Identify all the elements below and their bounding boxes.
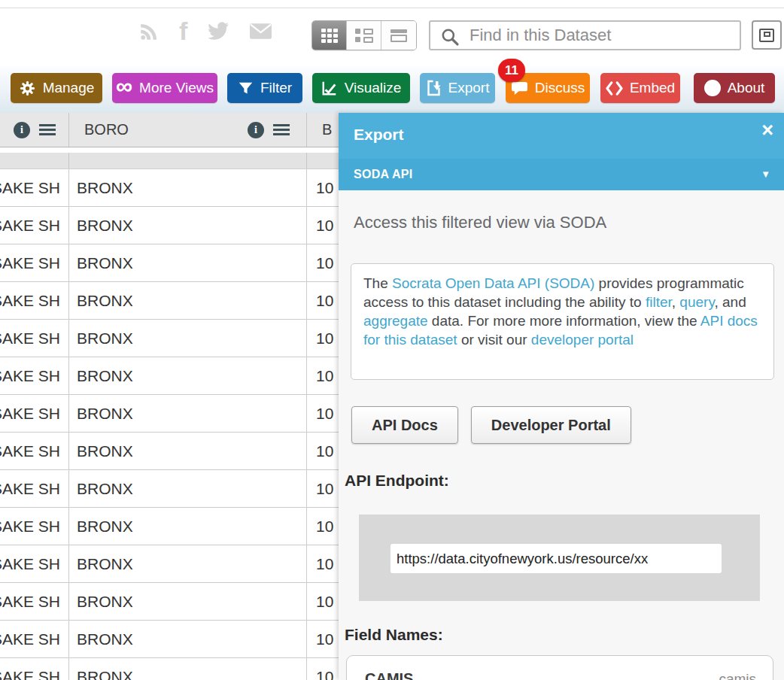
more-views-label: More Views — [139, 80, 214, 96]
table-cell[interactable]: SAKE SH — [0, 207, 69, 244]
table-cell[interactable]: BRONX — [69, 470, 307, 507]
field-names-box: CAMIScamis — [346, 655, 773, 680]
export-label: Export — [448, 80, 490, 96]
api-buttons-row: API Docs Developer Portal — [351, 406, 631, 444]
table-cell[interactable]: SAKE SH — [0, 470, 69, 507]
table-cell[interactable]: BRONX — [69, 545, 307, 582]
table-cell[interactable]: SAKE SH — [0, 545, 69, 582]
chevron-down-icon: ▼ — [761, 168, 770, 180]
rich-list-view-button[interactable] — [347, 21, 381, 50]
soda-api-section-header[interactable]: SODA API ▼ — [339, 159, 784, 190]
gear-icon — [19, 80, 36, 97]
field-row: CAMIScamis — [347, 656, 773, 680]
field-names-label: Field Names: — [345, 626, 443, 644]
close-icon[interactable]: × — [761, 120, 773, 141]
table-cell[interactable]: SAKE SH — [0, 282, 69, 319]
top-bar: f — [0, 0, 784, 66]
info-icon[interactable]: i — [14, 122, 30, 138]
field-name: CAMIS — [365, 670, 413, 680]
table-cell[interactable]: SAKE SH — [0, 433, 69, 469]
export-panel-header: Export × — [339, 113, 784, 159]
page-view-icon — [390, 29, 407, 42]
page-view-button[interactable] — [381, 21, 416, 50]
fullscreen-icon — [759, 29, 774, 42]
table-cell[interactable]: BRONX — [69, 169, 307, 206]
divider — [0, 8, 784, 8]
rss-icon[interactable] — [139, 21, 160, 41]
table-cell[interactable]: SAKE SH — [0, 583, 69, 620]
view-toggle-group — [311, 20, 417, 50]
twitter-icon[interactable] — [207, 22, 229, 41]
info-icon[interactable]: i — [248, 122, 264, 138]
column-menu-icon[interactable] — [39, 124, 56, 135]
facebook-icon[interactable]: f — [179, 20, 187, 42]
description-text: data. For more more information, view th… — [428, 313, 700, 329]
visualize-label: Visualize — [345, 80, 402, 96]
inline-link[interactable]: developer portal — [531, 332, 634, 348]
api-endpoint-label: API Endpoint: — [345, 472, 449, 490]
developer-portal-button[interactable]: Developer Portal — [471, 406, 631, 444]
social-share-icons: f — [139, 20, 272, 42]
table-cell[interactable]: BRONX — [69, 244, 307, 281]
table-cell[interactable]: SAKE SH — [0, 244, 69, 281]
action-toolbar: Manage ∞ More Views Filter Visualize Exp… — [0, 66, 784, 113]
description-text: or visit our — [457, 332, 531, 348]
table-cell[interactable]: BRONX — [69, 282, 307, 319]
email-icon[interactable] — [249, 23, 272, 40]
discuss-label: Discuss — [535, 80, 585, 96]
description-text: The — [363, 275, 392, 291]
code-brackets-icon — [606, 81, 623, 96]
manage-label: Manage — [43, 80, 95, 96]
inline-link[interactable]: Socrata Open Data API (SODA) — [392, 275, 594, 291]
column-header-1[interactable]: i — [0, 113, 69, 147]
soda-subtitle: Access this filtered view via SODA — [354, 213, 606, 232]
inline-link[interactable]: query — [679, 294, 714, 310]
table-cell[interactable]: SAKE SH — [0, 169, 69, 206]
table-cell[interactable]: SAKE SH — [0, 508, 69, 545]
api-docs-button[interactable]: API Docs — [351, 406, 458, 444]
table-cell[interactable]: BRONX — [69, 583, 307, 620]
table-cell[interactable]: BRONX — [69, 320, 307, 357]
soda-description-box: The Socrata Open Data API (SODA) provide… — [351, 263, 774, 380]
endpoint-container — [359, 515, 760, 601]
about-label: About — [728, 80, 765, 96]
description-text: , — [672, 294, 680, 310]
table-cell[interactable]: BRONX — [69, 357, 307, 394]
fullscreen-button[interactable] — [752, 20, 782, 50]
search-icon — [440, 27, 460, 47]
inline-link[interactable]: filter — [646, 294, 672, 310]
export-panel: Export × SODA API ▼ Access this filtered… — [339, 113, 784, 680]
grid-view-button[interactable] — [312, 21, 347, 50]
table-cell[interactable]: SAKE SH — [0, 658, 69, 680]
discuss-count-badge: 11 — [498, 59, 525, 82]
info-icon: i — [704, 80, 721, 96]
column-header-boro[interactable]: BORO i — [69, 113, 307, 147]
table-cell[interactable]: BRONX — [69, 621, 307, 657]
table-cell[interactable]: SAKE SH — [0, 395, 69, 432]
more-views-button[interactable]: ∞ More Views — [112, 73, 217, 103]
table-cell[interactable]: SAKE SH — [0, 320, 69, 357]
table-cell[interactable]: BRONX — [69, 395, 307, 432]
column-title: B — [322, 121, 332, 138]
column-menu-icon[interactable] — [273, 124, 290, 135]
export-button[interactable]: Export — [420, 73, 495, 103]
visualize-button[interactable]: Visualize — [312, 73, 410, 103]
dataset-page: f — [0, 0, 784, 680]
table-cell[interactable]: SAKE SH — [0, 357, 69, 394]
table-cell[interactable]: BRONX — [69, 658, 307, 680]
table-cell[interactable]: BRONX — [69, 433, 307, 469]
about-button[interactable]: i About — [694, 73, 775, 103]
table-cell[interactable]: BRONX — [69, 508, 307, 545]
dataset-search — [429, 20, 741, 50]
embed-button[interactable]: Embed — [600, 73, 680, 103]
table-cell[interactable]: BRONX — [69, 207, 307, 244]
manage-button[interactable]: Manage — [11, 73, 102, 103]
filter-button[interactable]: Filter — [227, 73, 302, 103]
inline-link[interactable]: aggregate — [363, 313, 428, 329]
column-title: BORO — [84, 121, 129, 138]
api-endpoint-input[interactable] — [390, 544, 722, 573]
export-panel-body: Access this filtered view via SODA The S… — [339, 190, 784, 680]
search-input[interactable] — [469, 24, 733, 47]
funnel-icon — [238, 80, 254, 96]
table-cell[interactable]: SAKE SH — [0, 621, 69, 657]
